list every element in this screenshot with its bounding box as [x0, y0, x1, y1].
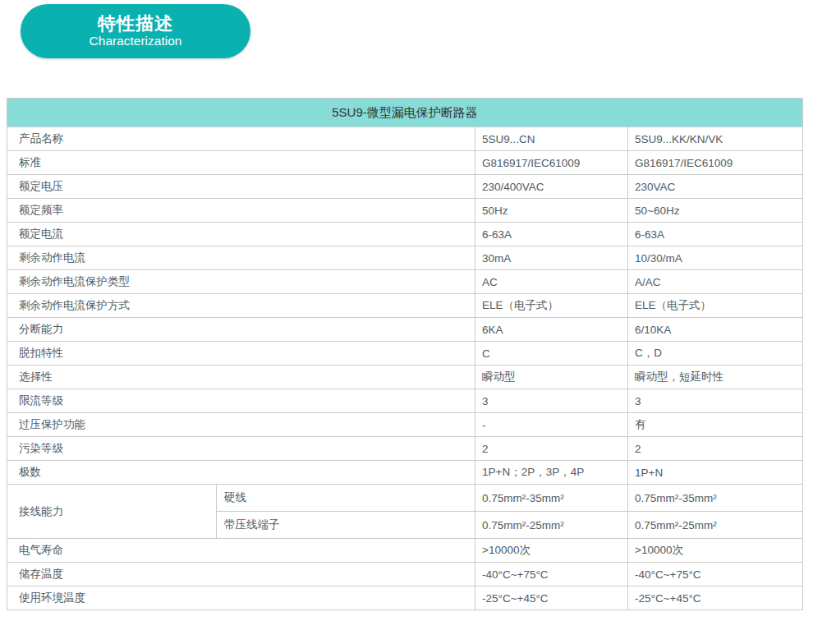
row-label: 额定频率: [7, 199, 475, 223]
row-label: 剩余动作电流保护方式: [7, 294, 475, 318]
row-sublabel: 硬线: [217, 485, 475, 512]
value-cell: 0.75mm²-35mm²: [628, 485, 803, 512]
value-cell: C，D: [628, 342, 803, 366]
table-row: 脱扣特性 C C，D: [7, 342, 803, 366]
table-row: 电气寿命 >10000次 >10000次: [7, 539, 803, 563]
section-subtitle: Characterization: [90, 34, 182, 49]
value-cell: 瞬动型，短延时性: [628, 366, 803, 389]
value-cell: 3: [475, 389, 628, 413]
row-label: 额定电流: [7, 223, 475, 246]
row-label: 限流等级: [7, 389, 475, 413]
row-label: 过压保护功能: [7, 413, 475, 437]
table-row: 使用环境温度 -25°C~+45°C -25°C~+45°C: [7, 586, 803, 610]
row-label: 剩余动作电流保护类型: [7, 270, 475, 294]
value-cell: 1P+N: [628, 461, 803, 485]
section-title: 特性描述: [98, 13, 173, 34]
value-cell: A/AC: [628, 270, 803, 294]
value-cell: 230/400VAC: [475, 175, 628, 199]
table-title: 5SU9-微型漏电保护断路器: [7, 99, 803, 127]
table-row: 剩余动作电流 30mA 10/30/mA: [7, 246, 803, 270]
value-cell: 1P+N；2P，3P，4P: [475, 461, 628, 485]
row-label: 使用环境温度: [7, 586, 475, 610]
value-cell: AC: [475, 270, 628, 294]
value-cell: G816917/IEC61009: [475, 151, 628, 175]
value-cell: 2: [628, 437, 803, 461]
row-label: 标准: [7, 151, 475, 175]
table-row: 极数 1P+N；2P，3P，4P 1P+N: [7, 461, 803, 485]
value-cell: -: [475, 413, 628, 437]
value-cell: 2: [475, 437, 628, 461]
value-cell: ELE（电子式）: [628, 294, 803, 318]
value-cell: 10/30/mA: [628, 246, 803, 270]
row-label: 脱扣特性: [7, 342, 475, 366]
row-label: 产品名称: [7, 127, 475, 151]
value-cell: -25°C~+45°C: [475, 586, 628, 610]
value-cell: 0.75mm²-25mm²: [628, 512, 803, 539]
value-cell: 30mA: [475, 246, 628, 270]
value-cell: 6/10KA: [628, 318, 803, 342]
value-cell: >10000次: [628, 539, 803, 563]
table-row: 限流等级 3 3: [7, 389, 803, 413]
value-cell: 5SU9...CN: [475, 127, 628, 151]
table-row-wiring-hard: 接线能力 硬线 0.75mm²-35mm² 0.75mm²-35mm²: [7, 485, 803, 512]
row-label: 额定电压: [7, 175, 475, 199]
value-cell: 5SU9...KK/KN/VK: [628, 127, 803, 151]
value-cell: 6-63A: [475, 223, 628, 246]
value-cell: 0.75mm²-25mm²: [475, 512, 628, 539]
row-label: 污染等级: [7, 437, 475, 461]
row-label: 分断能力: [7, 318, 475, 342]
value-cell: >10000次: [475, 539, 628, 563]
table-row: 额定频率 50Hz 50~60Hz: [7, 199, 803, 223]
table-row: 额定电压 230/400VAC 230VAC: [7, 175, 803, 199]
table-row: 过压保护功能 - 有: [7, 413, 803, 437]
value-cell: 有: [628, 413, 803, 437]
table-row: 污染等级 2 2: [7, 437, 803, 461]
row-label: 储存温度: [7, 563, 475, 586]
row-label: 选择性: [7, 366, 475, 389]
value-cell: -40°C~+75°C: [628, 563, 803, 586]
value-cell: 50~60Hz: [628, 199, 803, 223]
value-cell: ELE（电子式）: [475, 294, 628, 318]
table-row: 产品名称 5SU9...CN 5SU9...KK/KN/VK: [7, 127, 803, 151]
table-row: 分断能力 6KA 6/10KA: [7, 318, 803, 342]
row-label-group: 接线能力: [7, 485, 217, 539]
value-cell: 瞬动型: [475, 366, 628, 389]
row-label: 极数: [7, 461, 475, 485]
table-row: 储存温度 -40°C~+75°C -40°C~+75°C: [7, 563, 803, 586]
value-cell: -25°C~+45°C: [628, 586, 803, 610]
table-row: 剩余动作电流保护类型 AC A/AC: [7, 270, 803, 294]
table-row: 剩余动作电流保护方式 ELE（电子式） ELE（电子式）: [7, 294, 803, 318]
value-cell: -40°C~+75°C: [475, 563, 628, 586]
value-cell: 6-63A: [628, 223, 803, 246]
spec-table: 5SU9-微型漏电保护断路器 产品名称 5SU9...CN 5SU9...KK/…: [7, 98, 803, 610]
value-cell: 50Hz: [475, 199, 628, 223]
value-cell: G816917/IEC61009: [628, 151, 803, 175]
table-row: 选择性 瞬动型 瞬动型，短延时性: [7, 366, 803, 389]
table-row: 标准 G816917/IEC61009 G816917/IEC61009: [7, 151, 803, 175]
value-cell: 6KA: [475, 318, 628, 342]
row-label: 剩余动作电流: [7, 246, 475, 270]
row-label: 电气寿命: [7, 539, 475, 563]
value-cell: C: [475, 342, 628, 366]
row-sublabel: 带压线端子: [217, 512, 475, 539]
value-cell: 3: [628, 389, 803, 413]
value-cell: 230VAC: [628, 175, 803, 199]
table-row: 额定电流 6-63A 6-63A: [7, 223, 803, 246]
section-ribbon: 特性描述 Characterization: [21, 4, 250, 58]
table-header-row: 5SU9-微型漏电保护断路器: [7, 99, 803, 127]
value-cell: 0.75mm²-35mm²: [475, 485, 628, 512]
